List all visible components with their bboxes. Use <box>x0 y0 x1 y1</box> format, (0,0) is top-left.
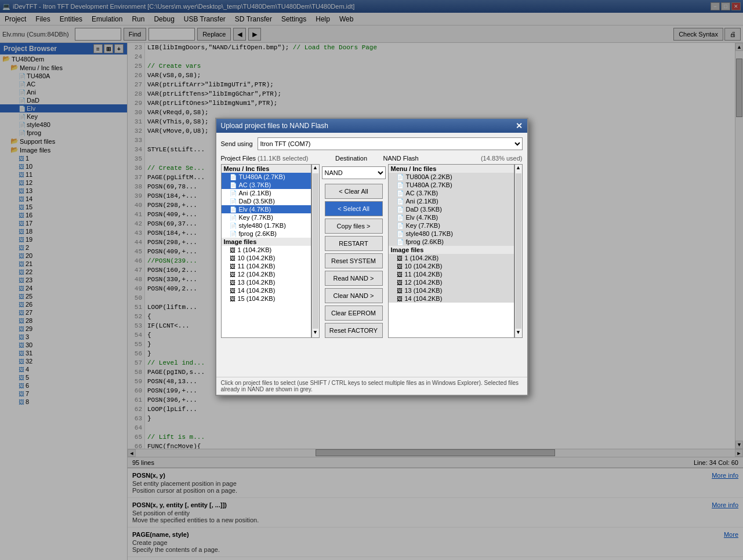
nand-file-3[interactable]: 📄Ani (2.1KB) <box>389 197 514 205</box>
send-using-label: Send using <box>221 140 253 147</box>
project-files-list[interactable]: Menu / Inc files 📄TU480A (2.7KB)📄AC (3.7… <box>221 164 311 338</box>
nand-image-1[interactable]: 🖼10 (104.2KB) <box>389 262 514 270</box>
nand-img-icon-2: 🖼 <box>397 271 403 278</box>
nand-file-name-8: fprog (2.6KB) <box>406 238 444 245</box>
project-image-name-3: 12 (104.2KB) <box>238 271 276 278</box>
modal-close-button[interactable]: ✕ <box>516 121 523 130</box>
nand-list-scrollbar[interactable]: ▲ ▼ <box>514 164 523 338</box>
clear-eeprom-button[interactable]: Clear EEPROM <box>325 306 383 321</box>
modal-footer: Click on project files to select (use SH… <box>216 377 527 395</box>
file-icon-3: 📄 <box>230 198 237 205</box>
nand-file-name-1: TU480A (2.7KB) <box>406 181 452 188</box>
project-file-5[interactable]: 📄Key (7.7KB) <box>222 213 311 221</box>
project-image-4[interactable]: 🖼13 (104.2KB) <box>222 278 311 286</box>
restart-button[interactable]: RESTART <box>325 236 383 251</box>
upload-modal: Upload project files to NAND Flash ✕ Sen… <box>215 118 528 396</box>
clear-all-button[interactable]: < Clear All <box>325 184 383 199</box>
project-image-2[interactable]: 🖼11 (104.2KB) <box>222 262 311 270</box>
img-icon-5: 🖼 <box>230 288 235 294</box>
send-using-row: Send using Itron TFT (COM7) <box>221 137 523 150</box>
nand-img-icon-1: 🖼 <box>397 263 403 270</box>
project-menu-group: Menu / Inc files <box>222 165 311 173</box>
project-image-3[interactable]: 🖼12 (104.2KB) <box>222 270 311 278</box>
nand-img-icon-3: 🖼 <box>397 279 403 286</box>
project-files-panel: Menu / Inc files 📄TU480A (2.7KB)📄AC (3.7… <box>221 164 320 338</box>
nand-file-7[interactable]: 📄style480 (1.7KB) <box>389 230 514 238</box>
project-file-4[interactable]: 📄Elv (4.7KB) <box>222 205 311 213</box>
project-file-7[interactable]: 📄fprog (2.6KB) <box>222 230 311 238</box>
nand-flash-info: (14.83% used) <box>481 155 523 162</box>
nand-file-1[interactable]: 📄TU480A (2.7KB) <box>389 181 514 189</box>
nand-image-5[interactable]: 🖼14 (104.2KB) <box>389 294 514 303</box>
nand-image-4[interactable]: 🖼13 (104.2KB) <box>389 286 514 294</box>
project-files-header: Project Files (11.1KB selected) <box>221 155 320 162</box>
nand-image-name-1: 10 (104.2KB) <box>405 263 443 270</box>
project-file-1[interactable]: 📄AC (3.7KB) <box>222 181 311 189</box>
modal-title-bar: Upload project files to NAND Flash ✕ <box>216 119 527 133</box>
nand-file-name-7: style480 (1.7KB) <box>406 230 453 237</box>
project-image-5[interactable]: 🖼14 (104.2KB) <box>222 286 311 294</box>
project-file-0[interactable]: 📄TU480A (2.7KB) <box>222 173 311 181</box>
project-file-3[interactable]: 📄DaD (3.5KB) <box>222 197 311 205</box>
nand-scroll-up[interactable]: ▲ <box>515 165 522 173</box>
project-scroll-thumb[interactable] <box>313 173 318 329</box>
nand-image-name-2: 11 (104.2KB) <box>405 271 443 278</box>
clear-nand-button[interactable]: Clear NAND > <box>325 288 383 303</box>
nand-file-name-6: Key (7.7KB) <box>406 222 440 229</box>
copy-files-button[interactable]: Copy files > <box>325 219 383 234</box>
project-image-0[interactable]: 🖼1 (104.2KB) <box>222 246 311 254</box>
nand-image-name-5: 14 (104.2KB) <box>405 295 443 302</box>
select-all-button[interactable]: < Select All <box>325 201 383 216</box>
project-file-name-6: style480 (1.7KB) <box>239 222 286 229</box>
project-image-name-4: 13 (104.2KB) <box>238 279 276 286</box>
file-icon-1: 📄 <box>230 182 237 188</box>
project-files-info: (11.1KB selected) <box>258 155 308 162</box>
img-icon-3: 🖼 <box>230 271 235 278</box>
nand-file-5[interactable]: 📄Elv (4.7KB) <box>389 213 514 221</box>
nand-files-list[interactable]: Menu / Inc files 📄TU800A (2.2KB)📄TU480A … <box>388 164 514 338</box>
nand-image-0[interactable]: 🖼1 (104.2KB) <box>389 254 514 262</box>
nand-file-0[interactable]: 📄TU800A (2.2KB) <box>389 173 514 181</box>
nand-file-name-5: Elv (4.7KB) <box>406 214 438 221</box>
nand-scroll-down[interactable]: ▼ <box>515 329 522 337</box>
file-icon-6: 📄 <box>230 223 237 229</box>
nand-file-4[interactable]: 📄DaD (3.5KB) <box>389 205 514 213</box>
nand-file-8[interactable]: 📄fprog (2.6KB) <box>389 238 514 246</box>
destination-select[interactable]: NAND <box>322 166 386 179</box>
nand-flash-title: NAND Flash <box>383 155 419 162</box>
project-files-list-container: Menu / Inc files 📄TU480A (2.7KB)📄AC (3.7… <box>221 164 320 338</box>
nand-file-icon-7: 📄 <box>397 231 404 237</box>
read-nand-button[interactable]: Read NAND > <box>325 271 383 286</box>
project-scroll-up[interactable]: ▲ <box>312 165 319 173</box>
project-file-2[interactable]: 📄Ani (2.1KB) <box>222 189 311 197</box>
nand-file-name-3: Ani (2.1KB) <box>406 198 438 205</box>
reset-system-button[interactable]: Reset SYSTEM <box>325 253 383 268</box>
nand-file-name-2: AC (3.7KB) <box>406 190 438 197</box>
nand-image-3[interactable]: 🖼12 (104.2KB) <box>389 278 514 286</box>
project-file-name-0: TU480A (2.7KB) <box>239 173 285 180</box>
img-icon-0: 🖼 <box>230 247 235 253</box>
project-image-1[interactable]: 🖼10 (104.2KB) <box>222 254 311 262</box>
nand-file-2[interactable]: 📄AC (3.7KB) <box>389 189 514 197</box>
project-file-6[interactable]: 📄style480 (1.7KB) <box>222 221 311 230</box>
panel-headers: Project Files (11.1KB selected) Destinat… <box>221 155 523 162</box>
project-list-scrollbar[interactable]: ▲ ▼ <box>311 164 320 338</box>
project-file-name-5: Key (7.7KB) <box>239 214 273 221</box>
file-icon-2: 📄 <box>230 190 237 197</box>
nand-file-6[interactable]: 📄Key (7.7KB) <box>389 221 514 230</box>
project-image-name-0: 1 (104.2KB) <box>238 246 272 253</box>
send-using-select[interactable]: Itron TFT (COM7) <box>258 137 523 150</box>
destination-header: Destination <box>320 155 383 162</box>
project-file-name-3: DaD (3.5KB) <box>239 198 275 205</box>
project-scroll-down[interactable]: ▼ <box>312 329 319 337</box>
reset-factory-button[interactable]: Reset FACTORY <box>325 323 383 338</box>
nand-image-name-3: 12 (104.2KB) <box>405 279 443 286</box>
project-file-name-4: Elv (4.7KB) <box>239 206 271 213</box>
project-file-name-2: Ani (2.1KB) <box>239 190 271 197</box>
nand-image-2[interactable]: 🖼11 (104.2KB) <box>389 270 514 278</box>
project-image-6[interactable]: 🖼15 (104.2KB) <box>222 294 311 303</box>
nand-scroll-thumb[interactable] <box>516 173 521 329</box>
project-image-name-2: 11 (104.2KB) <box>238 263 276 270</box>
nand-flash-panel: Menu / Inc files 📄TU800A (2.2KB)📄TU480A … <box>388 164 523 338</box>
nand-file-icon-1: 📄 <box>397 182 404 188</box>
